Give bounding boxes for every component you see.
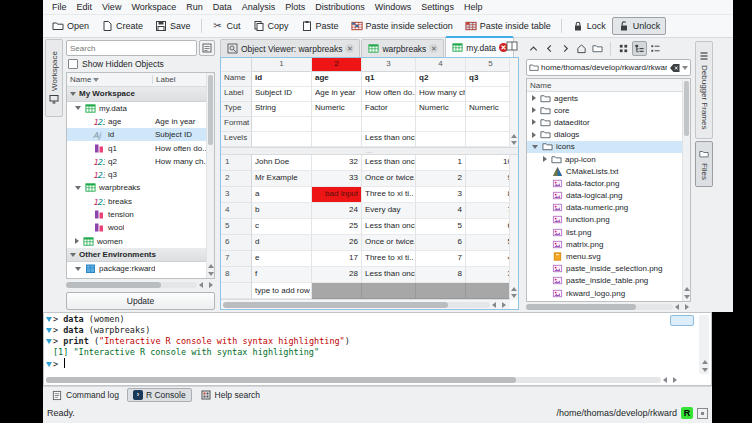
file-item-app-icon[interactable]: app-icon	[527, 153, 690, 165]
folder-button[interactable]	[590, 41, 605, 56]
back-button[interactable]	[542, 41, 557, 56]
unlock-button[interactable]: Unlock	[612, 17, 667, 35]
scroll-down-icon[interactable]	[701, 368, 708, 372]
data-cell[interactable]: 4	[416, 203, 466, 219]
scrollbar-track[interactable]	[526, 304, 673, 310]
data-cell[interactable]: Less than onc...	[362, 267, 416, 283]
data-grid-hscrollbar[interactable]	[221, 299, 510, 309]
scrollbar-thumb[interactable]	[208, 75, 213, 145]
tree-item-q2[interactable]: 123q2How many ch...	[67, 155, 214, 168]
grid-splitter[interactable]: ⋯	[221, 147, 518, 155]
view-short-button[interactable]	[616, 41, 631, 56]
row-header[interactable]: 7	[221, 251, 252, 267]
tree-item-warpbreaks[interactable]: warpbreaks	[67, 181, 214, 194]
tree-item-id[interactable]: AjidSubject ID	[67, 128, 214, 141]
data-cell[interactable]: d	[252, 235, 312, 251]
tree-item-my-data[interactable]: my.data	[67, 102, 214, 115]
forward-button[interactable]	[558, 41, 573, 56]
document-tab-my-data[interactable]: my.data✕	[445, 36, 514, 57]
data-cell[interactable]: 2	[416, 171, 466, 187]
file-item-function-png[interactable]: function.png	[527, 214, 690, 226]
document-tab-warpbreaks[interactable]: warpbreaks✕	[361, 39, 444, 57]
data-grid-vscrollbar[interactable]	[509, 155, 518, 300]
tree-section-other-environments[interactable]: Other Environments	[67, 248, 214, 263]
tree-item-q3[interactable]: 123q3	[67, 168, 214, 181]
view-detail-button[interactable]	[648, 41, 663, 56]
search-input[interactable]	[66, 40, 197, 56]
file-item-data-logical-png[interactable]: data-logical.png	[527, 190, 690, 202]
scroll-up-icon[interactable]	[701, 360, 708, 364]
empty-cell[interactable]	[362, 283, 416, 299]
paste-inside-selection-button[interactable]: Paste inside selection	[345, 17, 459, 35]
tree-section-my-workspace[interactable]: My Workspace	[67, 87, 214, 102]
scroll-up-icon[interactable]	[683, 287, 690, 291]
column-header-name[interactable]: Name	[67, 75, 153, 84]
dock-tab-debugger-frames[interactable]: Debugger Frames	[695, 41, 713, 139]
meta-cell[interactable]: q2	[416, 72, 466, 87]
meta-cell[interactable]	[252, 132, 312, 147]
file-item-rkward-logo-png[interactable]: rkward_logo.png	[527, 287, 690, 299]
meta-grid-vscrollbar[interactable]	[509, 58, 518, 147]
file-item-data-factor-png[interactable]: data-factor.png	[527, 177, 690, 189]
data-cell[interactable]: 1	[416, 155, 466, 171]
file-item-core[interactable]: core	[527, 104, 690, 116]
file-item-list-png[interactable]: list.png	[527, 226, 690, 238]
tree-item-age[interactable]: 123ageAge in year	[67, 115, 214, 128]
data-cell[interactable]: 3	[416, 187, 466, 203]
meta-cell[interactable]	[362, 117, 416, 132]
document-tab-object-viewer-warpbreaks[interactable]: Object Viewer: warpbreaks✕	[220, 39, 360, 57]
menu-settings[interactable]: Settings	[416, 2, 459, 12]
scroll-up-icon[interactable]	[207, 264, 214, 268]
data-cell[interactable]: 6	[416, 235, 466, 251]
menu-plots[interactable]: Plots	[280, 2, 310, 12]
tool-tab-command-log[interactable]: Command log	[45, 387, 125, 403]
split-view-icon[interactable]	[506, 40, 518, 52]
row-header[interactable]: 4	[221, 203, 252, 219]
clear-text-icon[interactable]	[669, 63, 680, 73]
meta-cell[interactable]: id	[252, 72, 312, 87]
meta-cell[interactable]: String	[252, 102, 312, 117]
data-cell[interactable]: Three to xi ti..	[362, 251, 416, 267]
path-combobox[interactable]: home/thomas/develop/rkward/rkward/	[526, 59, 691, 76]
scrollbar-track[interactable]	[223, 302, 490, 308]
tree-item-q1[interactable]: q1How often do...	[67, 141, 214, 154]
scrollbar-thumb[interactable]	[223, 302, 448, 308]
file-item-run-all-png[interactable]: run_all.png	[527, 299, 690, 302]
search-config-button[interactable]	[199, 40, 215, 56]
menu-view[interactable]: View	[97, 2, 126, 12]
data-cell[interactable]: f	[252, 267, 312, 283]
dock-tab-workspace[interactable]: Workspace	[45, 39, 63, 117]
menu-help[interactable]: Help	[459, 2, 488, 12]
tool-tab-help-search[interactable]: Help search	[194, 387, 266, 403]
file-item-data-numeric-png[interactable]: data-numeric.png	[527, 202, 690, 214]
home-button[interactable]	[574, 41, 589, 56]
meta-cell[interactable]: Age in year	[312, 87, 362, 102]
create-button[interactable]: Create	[95, 17, 149, 35]
meta-cell[interactable]	[416, 132, 466, 147]
meta-cell[interactable]	[312, 132, 362, 147]
row-header[interactable]: 3	[221, 187, 252, 203]
data-cell[interactable]: 26	[312, 235, 362, 251]
scrollbar-thumb[interactable]	[46, 377, 516, 383]
data-cell[interactable]: 17	[312, 251, 362, 267]
r-console[interactable]: > data (women)> data (warpbreaks)> print…	[43, 312, 712, 386]
meta-cell[interactable]: age	[312, 72, 362, 87]
file-tree-vscrollbar[interactable]	[682, 79, 690, 301]
row-header[interactable]: 8	[221, 267, 252, 283]
console-hscrollbar[interactable]	[46, 376, 679, 384]
data-cell[interactable]: 28	[312, 267, 362, 283]
file-item-CMakeLists-txt[interactable]: CMakeLists.txt	[527, 165, 690, 177]
data-cell[interactable]: 8	[416, 267, 466, 283]
file-item-dataeditor[interactable]: dataeditor	[527, 116, 690, 128]
console-mini-toolbar[interactable]	[670, 315, 694, 326]
data-cell[interactable]: b	[252, 203, 312, 219]
menu-run[interactable]: Run	[181, 2, 208, 12]
file-column-header-name[interactable]: Name	[527, 79, 690, 92]
scroll-down-icon[interactable]	[511, 141, 518, 145]
tree-item-package-rkward[interactable]: package:rkward	[67, 262, 214, 275]
scrollbar-track[interactable]	[46, 377, 661, 383]
menu-edit[interactable]: Edit	[72, 2, 98, 12]
data-cell[interactable]: 32	[312, 155, 362, 171]
tree-item-breaks[interactable]: 123breaks	[67, 195, 214, 208]
data-cell[interactable]: Three to xi ti..	[362, 187, 416, 203]
